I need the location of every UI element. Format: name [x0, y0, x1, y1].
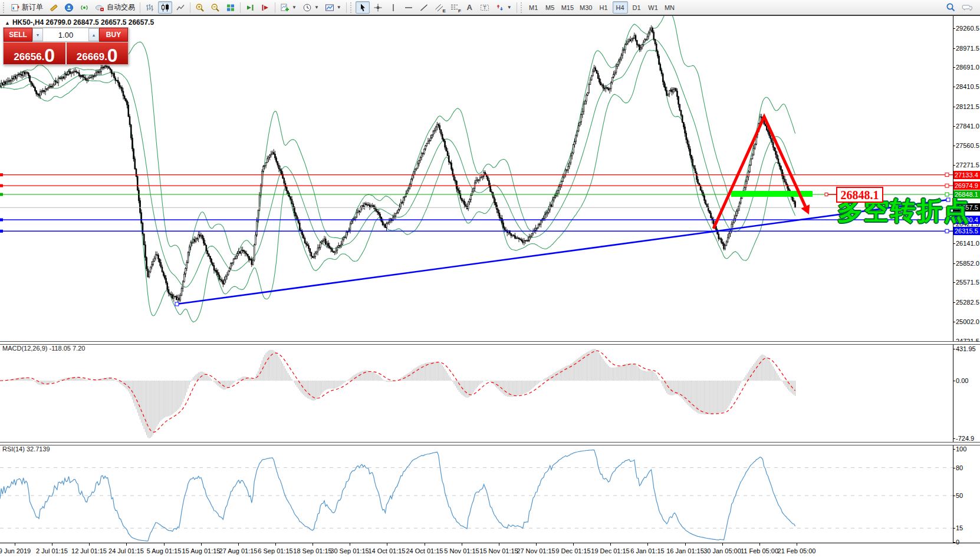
vertical-line-button[interactable]	[386, 1, 400, 14]
text-label-button[interactable]: T	[478, 1, 492, 14]
time-axis-label: 6 Sep 01:15	[258, 547, 292, 554]
one-click-trading-panel: SELL ▼ 1.00 ▲ BUY 26656.0 26669.0	[3, 27, 129, 65]
mt4-window: 新订单 自动交易	[0, 0, 980, 558]
volume-up-button[interactable]: ▲	[88, 28, 99, 41]
rsi-axis-tick: 15	[956, 524, 963, 531]
new-order-label: 新订单	[22, 2, 43, 12]
time-axis-tickmark	[425, 543, 425, 546]
main-toolbar: 新订单 自动交易	[0, 0, 980, 15]
horizontal-line-button[interactable]	[402, 1, 416, 14]
buy-button[interactable]: BUY	[99, 28, 128, 42]
panel-splitter[interactable]	[0, 442, 980, 445]
new-order-icon	[11, 3, 20, 12]
sell-button[interactable]: SELL	[4, 28, 32, 42]
main-price-chart[interactable]	[0, 16, 953, 341]
toolbar-separator	[190, 2, 190, 13]
tile-windows-button[interactable]	[223, 1, 238, 14]
sell-price-tile[interactable]: 26656.0	[4, 42, 67, 64]
community-button[interactable]	[62, 1, 76, 14]
zoom-in-button[interactable]	[193, 1, 207, 14]
label-box-icon: T	[480, 3, 489, 12]
time-axis-tickmark	[462, 543, 462, 546]
price-axis-tickmark	[953, 165, 955, 166]
volume-down-button[interactable]: ▼	[32, 28, 43, 41]
signals-button[interactable]	[77, 1, 91, 14]
bar-chart-button[interactable]	[143, 1, 157, 14]
crosshair-button[interactable]	[371, 1, 385, 14]
timeframe-button-m30[interactable]: M30	[577, 1, 594, 14]
time-axis-tickmark	[573, 543, 574, 546]
search-button[interactable]	[943, 1, 958, 14]
chart-window-border	[0, 15, 980, 16]
panel-splitter[interactable]	[0, 341, 980, 345]
indicators-button[interactable]: ▼	[278, 1, 299, 14]
time-axis-tickmark	[499, 543, 499, 546]
text-button[interactable]: A	[463, 1, 476, 14]
price-callout-box[interactable]: 26848.1	[836, 187, 883, 203]
timeframe-button-h4[interactable]: H4	[613, 1, 628, 14]
toolbar-separator	[275, 2, 275, 13]
rsi-axis-tick: 80	[956, 464, 963, 471]
cursor-button[interactable]	[356, 1, 370, 14]
macd-axis-tickmark	[953, 349, 955, 349]
time-axis-tickmark	[238, 543, 239, 546]
time-axis-tickmark	[89, 543, 90, 546]
macd-axis-tick: -724.9	[956, 435, 974, 442]
dropdown-arrow-icon: ▼	[292, 5, 297, 10]
timeframe-button-m15[interactable]: M15	[559, 1, 576, 14]
horizontal-line-icon	[404, 3, 413, 12]
new-order-button[interactable]: 新订单	[8, 1, 45, 14]
chat-button[interactable]	[959, 1, 975, 14]
indicators-icon	[280, 3, 290, 12]
timeframe-button-h1[interactable]: H1	[596, 1, 611, 14]
arrows-button[interactable]: ▼	[493, 1, 514, 14]
rsi-indicator-panel[interactable]	[0, 445, 953, 543]
auto-trading-button[interactable]: 自动交易	[93, 1, 137, 14]
macd-label: MACD(12,26,9) -118.05 7.20	[2, 345, 85, 352]
price-axis-tick: 25002.0	[956, 318, 979, 325]
toolbar-separator	[140, 2, 140, 13]
equidistant-channel-button[interactable]: E	[432, 1, 446, 14]
search-icon	[946, 2, 956, 12]
macd-indicator-panel[interactable]	[0, 344, 953, 442]
line-chart-icon	[176, 3, 185, 12]
timeframe-button-m5[interactable]: M5	[542, 1, 558, 14]
price-axis-tick: 26141.0	[956, 240, 979, 247]
periods-button[interactable]: ▼	[300, 1, 321, 14]
volume-input[interactable]: 1.00	[43, 28, 88, 41]
toolbar-grip	[521, 2, 524, 13]
price-axis-tickmark	[953, 146, 955, 146]
buy-price-tile[interactable]: 26669.0	[67, 42, 129, 64]
time-axis-tickmark	[201, 543, 202, 546]
line-chart-button[interactable]	[173, 1, 188, 14]
auto-trading-label: 自动交易	[107, 2, 135, 12]
price-axis-tick: 28971.5	[956, 45, 979, 52]
time-axis-label: 24 Oct 01:15	[406, 547, 443, 554]
candlestick-chart-button[interactable]	[158, 1, 172, 14]
chart-title: ▲HK50-,H4 26799.0 26847.5 26657.5 26657.…	[5, 18, 154, 27]
fibonacci-button[interactable]: F	[448, 1, 462, 14]
toolbar-grip	[3, 2, 6, 13]
timeframe-button-m1[interactable]: M1	[526, 1, 541, 14]
auto-scroll-button[interactable]	[243, 1, 257, 14]
zoom-out-button[interactable]	[208, 1, 222, 14]
time-axis-tickmark	[387, 543, 387, 546]
time-axis-tickmark	[536, 543, 537, 546]
metaeditor-button[interactable]	[47, 1, 61, 14]
trendline-button[interactable]	[417, 1, 431, 14]
timeframe-button-d1[interactable]: D1	[629, 1, 644, 14]
time-axis-label: 12 Jul 01:15	[71, 547, 107, 554]
toolbar-separator	[517, 2, 517, 13]
chart-shift-button[interactable]	[258, 1, 272, 14]
timeframe-button-mn[interactable]: MN	[662, 1, 678, 14]
vertical-line-icon	[389, 3, 398, 12]
time-axis-tickmark	[350, 543, 350, 546]
time-axis-label: 15 Aug 01:15	[182, 547, 221, 554]
fibonacci-glyph: F	[458, 8, 461, 14]
time-axis-tickmark	[275, 543, 276, 546]
timeframe-button-w1[interactable]: W1	[646, 1, 661, 14]
time-axis-label: 2 Jul 01:15	[36, 547, 68, 554]
templates-button[interactable]: ▼	[323, 1, 344, 14]
signals-sonar-icon	[80, 3, 89, 12]
price-axis-tickmark	[953, 322, 955, 322]
